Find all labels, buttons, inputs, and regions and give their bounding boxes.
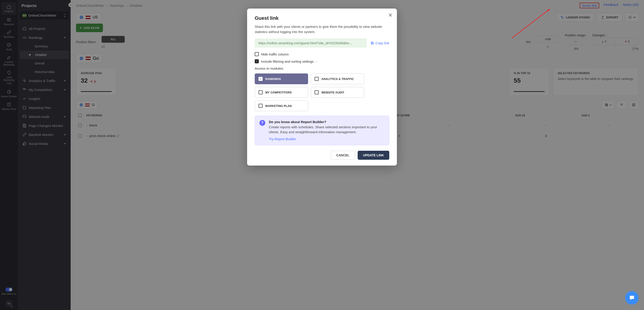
module-rankings[interactable]: RANKINGS bbox=[255, 73, 308, 84]
svg-rect-27 bbox=[371, 42, 373, 44]
close-button[interactable] bbox=[389, 13, 392, 18]
close-icon bbox=[389, 14, 392, 17]
question-icon: ? bbox=[260, 120, 265, 126]
report-builder-info: ? Do you know about Report Builder? Crea… bbox=[255, 116, 389, 145]
access-modules-label: Access to modules: bbox=[255, 67, 389, 70]
copy-link-button[interactable]: Copy link bbox=[370, 41, 389, 45]
update-link-button[interactable]: UPDATE LINK bbox=[358, 151, 389, 160]
include-filtering-checkbox[interactable]: Include filtering and sorting settings i bbox=[255, 59, 389, 63]
svg-rect-26 bbox=[372, 43, 374, 44]
modal-description: Share this link with your clients or par… bbox=[255, 24, 389, 34]
module-marketing[interactable]: MARKETING PLAN bbox=[255, 100, 308, 111]
hide-traffic-checkbox[interactable]: Hide traffic column bbox=[255, 52, 389, 56]
module-analytics[interactable]: ANALYTICS & TRAFFIC bbox=[311, 73, 364, 84]
module-audit[interactable]: WEBSITE AUDIT bbox=[311, 87, 364, 98]
chat-button[interactable] bbox=[625, 291, 638, 304]
cancel-button[interactable]: CANCEL bbox=[331, 151, 355, 160]
modal-title: Guest link bbox=[255, 15, 389, 21]
guest-link-modal: Guest link Share this link with your cli… bbox=[247, 9, 397, 166]
module-competitors[interactable]: MY COMPETITORS bbox=[255, 87, 308, 98]
chat-icon bbox=[628, 295, 635, 301]
try-report-builder-link[interactable]: Try Report Builder bbox=[269, 136, 296, 142]
copy-icon bbox=[370, 41, 374, 45]
guest-url-box[interactable]: https://online.seranking.com/guest.html?… bbox=[255, 38, 367, 48]
